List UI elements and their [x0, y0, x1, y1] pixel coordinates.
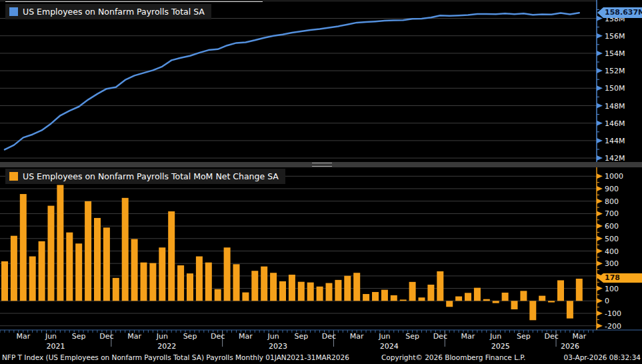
top-border-line [5, 1, 263, 2]
svg-text:Mar: Mar [461, 332, 475, 341]
svg-text:Mar: Mar [239, 332, 253, 341]
svg-text:2025: 2025 [491, 342, 510, 350]
svg-text:Sep: Sep [517, 332, 531, 341]
svg-text:2024: 2024 [380, 342, 399, 350]
svg-text:1000: 1000 [605, 172, 623, 181]
svg-text:Dec: Dec [433, 332, 447, 341]
svg-text:144M: 144M [605, 137, 625, 145]
chart-description-text: NFP T Index (US Employees on Nonfarm Pay… [2, 353, 349, 361]
svg-text:Jun: Jun [489, 332, 501, 341]
svg-text:Mar: Mar [127, 332, 141, 341]
svg-text:Jun: Jun [378, 332, 390, 341]
svg-text:Dec: Dec [211, 332, 225, 341]
svg-text:150M: 150M [605, 84, 625, 93]
svg-text:Mar: Mar [572, 332, 586, 341]
top-right-axis: 158M156M154M152M150M148M146M144M142M [597, 0, 625, 163]
splitter-grip-icon [312, 163, 332, 167]
svg-text:-100: -100 [605, 309, 621, 318]
svg-text:0: 0 [605, 297, 609, 305]
bottom-right-axis: 10009008007006005004003002001000-100-200 [597, 167, 623, 331]
svg-text:Sep: Sep [72, 332, 86, 341]
svg-text:Mar: Mar [350, 332, 364, 341]
svg-text:2022: 2022 [157, 342, 176, 350]
svg-text:Sep: Sep [183, 332, 197, 341]
copyright-text: Copyright© 2026 Bloomberg Finance L.P. [381, 353, 525, 361]
svg-text:Dec: Dec [99, 332, 113, 341]
svg-text:Jun: Jun [156, 332, 168, 341]
svg-text:154M: 154M [605, 49, 625, 58]
svg-text:600: 600 [605, 222, 619, 231]
x-axis: MarJunSepDecMarJunSepDecMarJunSepDecMarJ… [0, 330, 642, 350]
line-chart-plot-area[interactable] [0, 0, 597, 162]
svg-text:Sep: Sep [294, 332, 308, 341]
last-value-badge-payrolls-total: 158.637M [597, 7, 642, 18]
bar-chart-plot-area[interactable] [0, 167, 597, 330]
svg-text:Jun: Jun [45, 332, 57, 341]
last-value-badge-net-change: 178 [597, 273, 642, 283]
panel-splitter[interactable] [0, 162, 642, 167]
svg-text:300: 300 [605, 259, 619, 268]
svg-text:700: 700 [605, 209, 619, 218]
svg-text:2026: 2026 [561, 342, 579, 350]
legend-mom-net-change[interactable]: US Employees on Nonfarm Payrolls Total M… [5, 169, 285, 184]
svg-text:900: 900 [605, 185, 619, 193]
svg-text:2021: 2021 [46, 342, 65, 350]
svg-text:500: 500 [605, 235, 619, 243]
svg-text:148M: 148M [605, 102, 625, 111]
status-bar: NFP T Index (US Employees on Nonfarm Pay… [0, 351, 642, 364]
svg-text:Mar: Mar [16, 332, 30, 341]
bar-series-swatch-icon [9, 172, 18, 181]
line-series-swatch-icon [9, 7, 18, 16]
svg-text:100: 100 [605, 285, 619, 293]
legend-label-mom-net-change: US Employees on Nonfarm Payrolls Total M… [23, 171, 279, 181]
svg-text:156M: 156M [605, 32, 625, 41]
svg-text:-200: -200 [605, 322, 621, 331]
bloomberg-chart-window: 158M156M154M152M150M148M146M144M142M1000… [0, 0, 642, 364]
svg-text:Dec: Dec [322, 332, 336, 341]
legend-label-payrolls-total: US Employees on Nonfarm Payrolls Total S… [23, 7, 205, 17]
svg-text:Jun: Jun [267, 332, 279, 341]
timestamp-text: 03-Apr-2026 08:32:34 [564, 353, 641, 361]
legend-payrolls-total[interactable]: US Employees on Nonfarm Payrolls Total S… [5, 4, 211, 19]
svg-text:146M: 146M [605, 119, 625, 128]
svg-text:152M: 152M [605, 67, 625, 75]
svg-text:2023: 2023 [269, 342, 287, 350]
svg-text:Dec: Dec [544, 332, 558, 341]
svg-text:Sep: Sep [405, 332, 419, 341]
svg-text:800: 800 [605, 197, 619, 206]
svg-text:400: 400 [605, 247, 619, 256]
